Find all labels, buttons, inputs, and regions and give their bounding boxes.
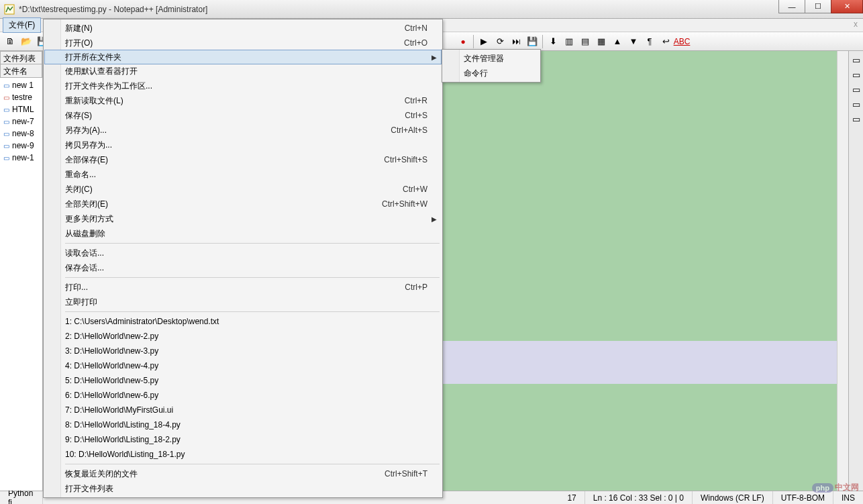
menu-item-label: 全部关闭(E) xyxy=(65,199,382,210)
menu-item[interactable]: 读取会话... xyxy=(45,246,441,260)
tab-close-icon[interactable]: x xyxy=(851,20,860,30)
vertical-scrollbar[interactable] xyxy=(837,51,848,491)
php-badge: php xyxy=(812,483,833,493)
menu-shortcut: Ctrl+Shift+S xyxy=(384,155,441,164)
spellcheck-icon[interactable]: ABC xyxy=(674,34,689,49)
menu-item-label: 9: D:\HelloWorld\Listing_18-2.py xyxy=(65,435,441,444)
menu-item[interactable]: 全部保存(E)Ctrl+Shift+S xyxy=(45,152,441,167)
play-loop-icon[interactable]: ⟳ xyxy=(493,34,507,49)
menu-item-label: 打开文件夹作为工作区... xyxy=(65,81,441,92)
menu-item-label: 拷贝另存为... xyxy=(65,140,441,151)
menu-item[interactable]: 拷贝另存为... xyxy=(45,138,441,152)
file-icon: ▭ xyxy=(1,105,11,114)
menu-item[interactable]: 打开(O)Ctrl+O xyxy=(45,36,441,50)
status-eol: Windows (CR LF) xyxy=(693,491,773,504)
menu-item[interactable]: 8: D:\HelloWorld\Listing_18-4.py xyxy=(45,417,441,432)
menu-item-label: 新建(N) xyxy=(65,23,405,34)
menu-item-label: 打开文件列表 xyxy=(65,483,441,495)
menu-item-label: 恢复最近关闭的文件 xyxy=(65,468,385,480)
menu-item[interactable]: 打开文件列表 xyxy=(45,481,441,496)
menu-item[interactable]: 另存为(A)...Ctrl+Alt+S xyxy=(45,123,441,138)
window-controls: — ☐ ✕ xyxy=(779,0,863,13)
menu-item[interactable]: 更多关闭方式▶ xyxy=(45,211,441,226)
menu-shortcut: Ctrl+Shift+T xyxy=(385,469,441,478)
menu-item[interactable]: 7: D:\HelloWorld\MyFirstGui.ui xyxy=(45,403,441,417)
window-title: *D:\txt\testrequestimg.py - Notepad++ [A… xyxy=(19,5,207,14)
menu-item-label: 10: D:\HelloWorld\Listing_18-1.py xyxy=(65,450,441,459)
folder-panel-icon[interactable]: ▭ xyxy=(850,98,862,110)
indent-icon[interactable]: ⬇ xyxy=(546,34,560,49)
menu-item[interactable]: 4: D:\HelloWorld\new-4.py xyxy=(45,358,441,373)
menu-item-label: 5: D:\HelloWorld\new-5.py xyxy=(65,376,441,385)
menu-item-label: 关闭(C) xyxy=(65,184,403,195)
clone-view-icon[interactable]: ▭ xyxy=(850,54,862,66)
menu-item[interactable]: 关闭(C)Ctrl+W xyxy=(45,182,441,197)
status-length: 17 xyxy=(559,491,585,504)
menu-item[interactable]: 10: D:\HelloWorld\Listing_18-1.py xyxy=(45,447,441,462)
sidebar-header-2: 文件名 xyxy=(0,64,42,78)
file-item[interactable]: ▭testre xyxy=(0,91,42,103)
collapse-icon[interactable]: ▲ xyxy=(610,34,625,49)
menu-item[interactable]: 打印...Ctrl+P xyxy=(45,280,441,295)
menu-shortcut: Ctrl+Shift+W xyxy=(382,199,441,209)
menu-item-label: 重命名... xyxy=(65,169,441,181)
maximize-button[interactable]: ☐ xyxy=(805,0,831,13)
watermark: php 中文网 xyxy=(812,482,859,493)
wrap-icon[interactable]: ↩ xyxy=(658,34,673,49)
menu-item-label: 8: D:\HelloWorld\Listing_18-4.py xyxy=(65,420,441,430)
menu-item[interactable]: 使用默认查看器打开 xyxy=(45,64,441,79)
file-item[interactable]: ▭new 1 xyxy=(0,79,42,91)
menu-item[interactable]: 重命名... xyxy=(45,167,441,182)
file-icon: ▭ xyxy=(1,93,11,102)
menu-item-label: 1: C:\Users\Administrator\Desktop\wend.t… xyxy=(65,317,441,326)
play-next-icon[interactable]: ⏭ xyxy=(509,34,523,49)
submenu-explorer[interactable]: 文件管理器 xyxy=(444,51,539,66)
file-item[interactable]: ▭new-8 xyxy=(0,128,42,140)
menu-item[interactable]: 保存(S)Ctrl+S xyxy=(45,108,441,123)
menu-item[interactable]: 恢复最近关闭的文件Ctrl+Shift+T xyxy=(45,466,441,481)
menu-item[interactable]: 从磁盘删除 xyxy=(45,226,441,241)
menu-item[interactable]: 立即打印 xyxy=(45,295,441,309)
file-list: ▭new 1 ▭testre ▭HTML ▭new-7 ▭new-8 ▭new-… xyxy=(0,78,42,164)
panel-2-icon[interactable]: ▤ xyxy=(578,34,593,49)
record-icon[interactable]: ● xyxy=(456,34,470,49)
monitor-icon[interactable]: ▭ xyxy=(850,113,862,125)
panel-1-icon[interactable]: ▥ xyxy=(562,34,576,49)
file-item[interactable]: ▭new-7 xyxy=(0,115,42,128)
menu-item[interactable]: 5: D:\HelloWorld\new-5.py xyxy=(45,373,441,388)
file-item[interactable]: ▭new-1 xyxy=(0,152,42,164)
menu-item-label: 保存会话... xyxy=(65,262,441,274)
file-icon: ▭ xyxy=(1,141,11,150)
panel-3-icon[interactable]: ▦ xyxy=(594,34,609,49)
function-list-icon[interactable]: ▭ xyxy=(850,83,862,95)
play-prev-icon[interactable]: ▶ xyxy=(476,34,491,49)
menu-item[interactable]: 打开所在文件夹▶ xyxy=(44,50,442,64)
menu-item[interactable]: 重新读取文件(L)Ctrl+R xyxy=(45,93,441,108)
menu-shortcut: Ctrl+Alt+S xyxy=(391,125,441,135)
menu-separator xyxy=(65,464,440,464)
menu-separator xyxy=(65,243,440,244)
menu-item[interactable]: 9: D:\HelloWorld\Listing_18-2.py xyxy=(45,432,441,447)
save-macro-icon[interactable]: 💾 xyxy=(525,34,540,49)
menu-item[interactable]: 1: C:\Users\Administrator\Desktop\wend.t… xyxy=(45,314,441,329)
open-file-icon[interactable]: 📂 xyxy=(19,34,34,49)
menu-item[interactable]: 全部关闭(E)Ctrl+Shift+W xyxy=(45,197,441,211)
file-item[interactable]: ▭new-9 xyxy=(0,140,42,152)
doc-map-icon[interactable]: ▭ xyxy=(850,68,862,81)
hidden-chars-icon[interactable]: ¶ xyxy=(642,34,657,49)
menu-item-label: 4: D:\HelloWorld\new-4.py xyxy=(65,361,441,370)
menu-item[interactable]: 新建(N)Ctrl+N xyxy=(45,21,441,36)
file-item[interactable]: ▭HTML xyxy=(0,103,42,115)
menu-file[interactable]: 文件(F) xyxy=(3,17,41,33)
new-file-icon[interactable]: 🗎 xyxy=(3,34,17,49)
menu-item[interactable]: 6: D:\HelloWorld\new-6.py xyxy=(45,388,441,403)
expand-icon[interactable]: ▼ xyxy=(626,34,641,49)
menu-item[interactable]: 保存会话... xyxy=(45,260,441,275)
menu-item-label: 2: D:\HelloWorld\new-2.py xyxy=(65,332,441,341)
submenu-cmd[interactable]: 命令行 xyxy=(444,66,539,81)
menu-item[interactable]: 2: D:\HelloWorld\new-2.py xyxy=(45,329,441,344)
minimize-button[interactable]: — xyxy=(778,0,805,13)
menu-item[interactable]: 打开文件夹作为工作区... xyxy=(45,79,441,93)
close-button[interactable]: ✕ xyxy=(831,0,863,13)
menu-item[interactable]: 3: D:\HelloWorld\new-3.py xyxy=(45,344,441,358)
